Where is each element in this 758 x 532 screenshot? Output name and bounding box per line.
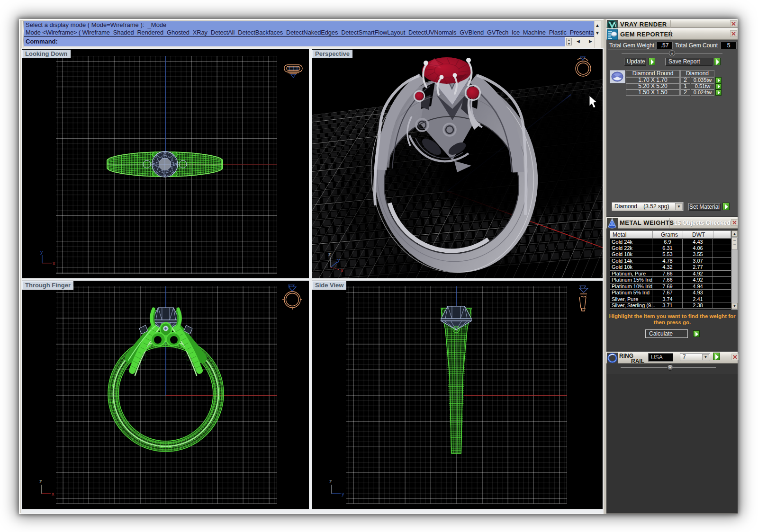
svg-text:z: z (39, 479, 42, 484)
svg-text:z: z (329, 479, 332, 484)
svg-text:x: x (341, 267, 343, 273)
svg-text:x: x (53, 260, 55, 266)
svg-text:y: y (342, 491, 344, 497)
svg-text:y: y (337, 257, 340, 263)
svg-text:y: y (40, 249, 43, 255)
svg-text:x: x (52, 491, 54, 497)
svg-text:z: z (328, 251, 331, 257)
